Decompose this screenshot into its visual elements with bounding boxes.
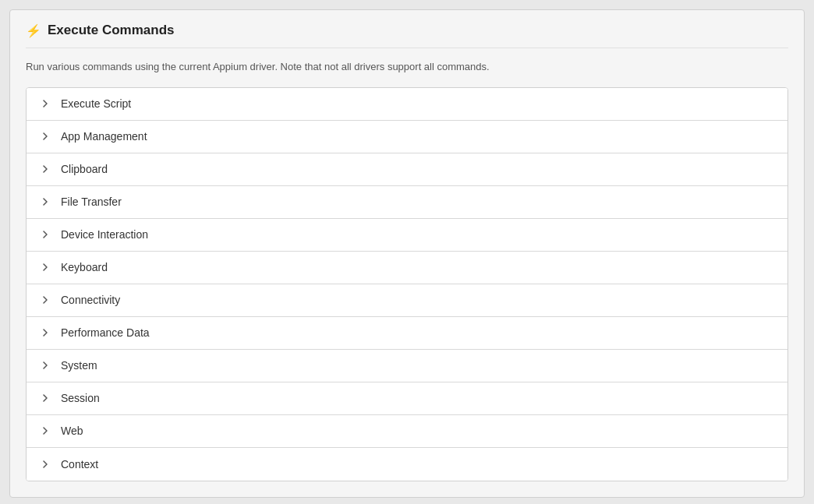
accordion-label-file-transfer: File Transfer: [61, 196, 122, 208]
chevron-icon-app-management: [39, 130, 51, 143]
accordion-item-app-management[interactable]: App Management: [27, 121, 787, 153]
chevron-icon-performance-data: [39, 326, 51, 339]
accordion-item-keyboard[interactable]: Keyboard: [27, 252, 787, 284]
chevron-icon-session: [39, 392, 51, 404]
accordion-label-keyboard: Keyboard: [61, 261, 108, 273]
page-description: Run various commands using the current A…: [26, 59, 788, 75]
accordion-label-system: System: [61, 359, 97, 372]
accordion-label-web: Web: [61, 425, 83, 437]
chevron-icon-device-interaction: [39, 228, 51, 241]
accordion-item-file-transfer[interactable]: File Transfer: [27, 186, 787, 219]
accordion-label-clipboard: Clipboard: [61, 163, 108, 175]
accordion-item-web[interactable]: Web: [27, 415, 787, 448]
page-title: Execute Commands: [48, 23, 175, 38]
chevron-icon-connectivity: [39, 294, 51, 306]
page-header: ⚡ Execute Commands: [26, 23, 788, 48]
accordion-item-system[interactable]: System: [27, 350, 787, 382]
accordion-label-context: Context: [61, 458, 98, 471]
accordion-label-execute-script: Execute Script: [61, 97, 131, 110]
chevron-icon-system: [39, 359, 51, 372]
accordion-label-connectivity: Connectivity: [61, 294, 120, 306]
chevron-icon-file-transfer: [39, 196, 51, 208]
accordion-label-app-management: App Management: [61, 130, 147, 143]
chevron-icon-web: [39, 425, 51, 437]
chevron-icon-context: [39, 458, 51, 471]
accordion-item-clipboard[interactable]: Clipboard: [27, 153, 787, 186]
lightning-icon: ⚡: [26, 23, 41, 38]
accordion-label-device-interaction: Device Interaction: [61, 228, 148, 241]
chevron-icon-keyboard: [39, 261, 51, 273]
main-panel: ⚡ Execute Commands Run various commands …: [9, 9, 805, 498]
accordion-label-performance-data: Performance Data: [61, 326, 150, 339]
accordion-item-performance-data[interactable]: Performance Data: [27, 317, 787, 350]
chevron-icon-execute-script: [39, 97, 51, 110]
chevron-icon-clipboard: [39, 163, 51, 175]
accordion-item-device-interaction[interactable]: Device Interaction: [27, 219, 787, 252]
accordion-item-execute-script[interactable]: Execute Script: [27, 88, 787, 121]
accordion-item-context[interactable]: Context: [27, 448, 787, 481]
accordion-item-connectivity[interactable]: Connectivity: [27, 284, 787, 317]
accordion-label-session: Session: [61, 392, 100, 404]
accordion-item-session[interactable]: Session: [27, 382, 787, 415]
accordion-container: Execute Script App Management Clipboard …: [26, 87, 788, 481]
